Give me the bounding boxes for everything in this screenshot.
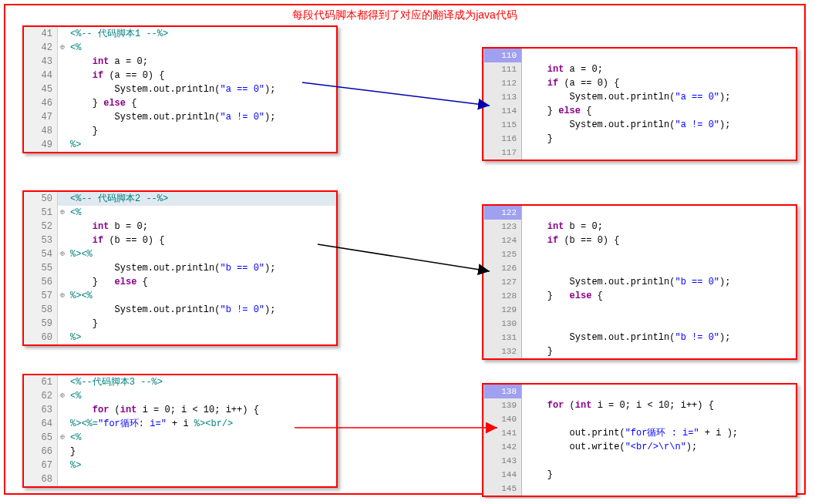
code-content: System.out.println("b == 0"); [67,261,275,275]
line-number-gutter: 129 [483,303,522,317]
code-line: 46 } else { [24,96,336,110]
code-content: } [67,124,98,138]
code-content: for (int i = 0; i < 10; i++) { [67,403,259,417]
line-number-gutter: 48 [24,124,58,138]
code-line: 51⊕<% [24,206,336,220]
code-content: %> [67,331,81,344]
line-number-gutter: 43 [24,55,58,69]
line-number-gutter: 42 [24,41,58,55]
code-line: 128 } else { [483,289,796,303]
code-content: } else { [67,96,136,110]
line-number-gutter: 142 [483,440,522,454]
code-line: 63 for (int i = 0; i < 10; i++) { [24,403,336,417]
code-content: } [522,344,553,358]
code-line: 64%><%="for循环: i=" + i %><br/> [24,417,336,431]
code-line: 48 } [24,124,336,138]
line-number-gutter: 117 [483,146,522,160]
line-number-gutter: 66 [24,445,58,459]
code-line: 59 } [24,317,336,331]
code-line: 132 } [483,344,796,358]
code-line: 114 } else { [483,104,796,118]
fold-marker: ⊕ [58,431,67,445]
line-number-gutter: 56 [24,275,58,289]
code-content: if (a == 0) { [67,69,164,82]
code-line: 54⊕%><% [24,247,336,261]
line-number-gutter: 47 [24,110,58,124]
code-line: 130 [483,317,796,331]
line-number-gutter: 57 [24,289,58,303]
code-line: 138 [483,385,796,398]
code-line: 127 System.out.println("b == 0"); [483,275,796,289]
line-number-gutter: 116 [483,132,522,146]
fold-marker: ⊕ [58,289,67,303]
code-line: 49%> [24,138,336,152]
code-line: 58 System.out.println("b != 0"); [24,303,336,317]
code-content: int b = 0; [67,220,148,234]
code-line: 140 [483,412,796,426]
line-number-gutter: 68 [24,472,58,486]
line-number-gutter: 64 [24,417,58,431]
line-number-gutter: 51 [24,206,58,220]
line-number-gutter: 54 [24,247,58,261]
code-line: 60%> [24,331,336,344]
code-line: 111 int a = 0; [483,62,796,76]
code-content: for (int i = 0; i < 10; i++) { [522,398,714,412]
code-content: System.out.println("a == 0"); [67,82,275,96]
code-content: %><% [67,289,93,303]
line-number-gutter: 132 [483,344,522,358]
arrow-black-2 [314,237,499,275]
line-number-gutter: 130 [483,317,522,331]
line-number-gutter: 114 [483,104,522,118]
line-number-gutter: 61 [24,375,58,389]
code-box-script3-right: 138139 for (int i = 0; i < 10; i++) {140… [482,383,797,497]
code-content: <%-- 代码脚本1 --%> [67,27,168,41]
code-content: if (b == 0) { [522,234,619,247]
code-content: System.out.println("b != 0"); [67,303,275,317]
code-line: 123 int b = 0; [483,220,796,234]
code-content: <% [67,206,81,220]
code-content: %><% [67,247,93,261]
line-number-gutter: 140 [483,412,522,426]
code-line: 52 int b = 0; [24,220,336,234]
code-line: 139 for (int i = 0; i < 10; i++) { [483,398,796,412]
code-content: <% [67,389,81,403]
line-number-gutter: 55 [24,261,58,275]
code-content: out.print("for循环 : i=" + i ); [522,426,738,440]
code-box-script2-left: 50<%-- 代码脚本2 --%>51⊕<%52 int b = 0;53 if… [22,190,338,346]
code-line: 125 [483,247,796,261]
line-number-gutter: 138 [483,385,522,398]
line-number-gutter: 113 [483,90,522,104]
fold-marker: ⊕ [58,389,67,403]
line-number-gutter: 67 [24,459,58,472]
code-line: 68 [24,472,336,486]
code-line: 141 out.print("for循环 : i=" + i ); [483,426,796,440]
line-number-gutter: 53 [24,234,58,247]
code-line: 110 [483,49,796,62]
code-box-script3-left: 61<%--代码脚本3 --%>62⊕<%63 for (int i = 0; … [22,374,338,488]
code-line: 62⊕<% [24,389,336,403]
line-number-gutter: 127 [483,275,522,289]
line-number-gutter: 41 [24,27,58,41]
code-line: 61<%--代码脚本3 --%> [24,375,336,389]
code-line: 145 [483,482,796,496]
fold-marker: ⊕ [58,247,67,261]
code-line: 126 [483,261,796,275]
line-number-gutter: 122 [483,206,522,220]
code-content: } else { [522,289,603,303]
line-number-gutter: 110 [483,49,522,62]
code-content: out.write("<br/>\r\n"); [522,440,697,454]
line-number-gutter: 45 [24,82,58,96]
code-content: %><%="for循环: i=" + i %><br/> [67,417,233,431]
line-number-gutter: 124 [483,234,522,247]
line-number-gutter: 144 [483,468,522,482]
code-line: 112 if (a == 0) { [483,76,796,90]
line-number-gutter: 60 [24,331,58,344]
code-content: } [522,468,553,482]
code-line: 113 System.out.println("a == 0"); [483,90,796,104]
line-number-gutter: 63 [24,403,58,417]
code-line: 44 if (a == 0) { [24,69,336,82]
code-content: if (a == 0) { [522,76,619,90]
svg-line-1 [318,244,490,271]
line-number-gutter: 62 [24,389,58,403]
line-number-gutter: 139 [483,398,522,412]
